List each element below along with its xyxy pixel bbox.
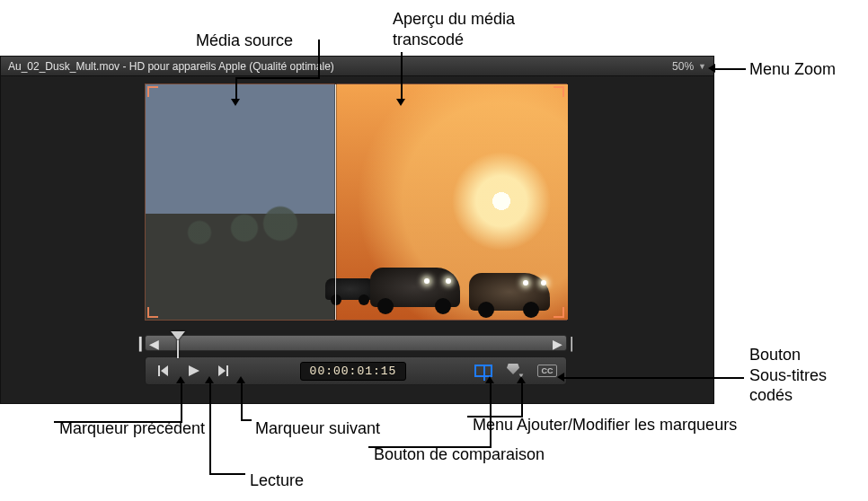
crop-corner xyxy=(554,307,564,318)
next-marker-icon xyxy=(217,364,231,378)
window-title: Au_02_Dusk_Mult.mov - HD pour appareils … xyxy=(8,60,334,73)
callout-text-line: Aperçu du média xyxy=(393,10,515,28)
callout-text-line: Sous-titres xyxy=(749,366,827,384)
leader xyxy=(715,68,746,70)
play-button[interactable] xyxy=(185,363,201,379)
goto-end-icon[interactable]: ▶▕ xyxy=(557,334,568,354)
leader xyxy=(241,383,243,419)
leader xyxy=(209,473,245,475)
play-icon xyxy=(186,364,200,378)
timeline-track[interactable]: ▎◀ ▶▕ xyxy=(145,335,567,351)
arrowhead xyxy=(557,373,564,382)
leader xyxy=(54,421,182,423)
arrowhead xyxy=(236,376,245,383)
leader xyxy=(521,383,523,416)
previous-marker-icon xyxy=(155,364,170,378)
leader xyxy=(490,383,492,446)
closed-caption-button[interactable]: CC xyxy=(537,365,557,377)
callout-marker-menu: Menu Ajouter/Modifier les marqueurs xyxy=(473,415,737,435)
timecode-display[interactable]: 00:00:01:15 xyxy=(300,362,407,381)
arrowhead xyxy=(205,376,214,383)
leader xyxy=(241,419,252,421)
leader xyxy=(181,383,182,421)
arrowhead xyxy=(231,99,240,106)
viewer[interactable] xyxy=(145,84,567,321)
callout-next-marker: Marqueur suivant xyxy=(255,418,380,439)
goto-start-icon[interactable]: ▎◀ xyxy=(144,334,155,354)
arrowhead xyxy=(708,64,715,73)
arrowhead xyxy=(517,376,526,383)
titlebar: Au_02_Dusk_Mult.mov - HD pour appareils … xyxy=(1,57,713,76)
crop-corner xyxy=(554,86,564,97)
previous-marker-button[interactable] xyxy=(155,363,171,379)
callout-text-line: Bouton xyxy=(749,346,801,364)
decorative-car xyxy=(325,278,375,300)
compare-split-line[interactable] xyxy=(335,84,336,320)
decorative-light xyxy=(424,278,430,284)
leader xyxy=(209,383,211,473)
callout-media-source: Média source xyxy=(196,31,293,51)
crop-corner xyxy=(147,86,158,97)
leader xyxy=(235,77,237,99)
callout-cc-button: Bouton Sous-titres codés xyxy=(749,345,866,406)
playhead[interactable] xyxy=(171,331,185,340)
decorative-light xyxy=(541,280,546,286)
leader xyxy=(368,446,492,448)
next-marker-button[interactable] xyxy=(216,363,232,379)
leader xyxy=(401,52,403,99)
leader xyxy=(318,40,320,77)
leader xyxy=(467,416,523,418)
decorative-light xyxy=(523,280,528,286)
arrowhead xyxy=(396,99,405,106)
zoom-menu[interactable]: 50% ▼ xyxy=(672,57,706,76)
callout-text-line: transcodé xyxy=(393,31,464,48)
source-media-pane xyxy=(146,84,335,320)
callout-zoom-menu: Menu Zoom xyxy=(749,59,836,80)
decorative-light xyxy=(446,278,451,284)
zoom-value: 50% xyxy=(672,60,694,73)
arrowhead xyxy=(176,376,185,383)
arrowhead xyxy=(485,376,494,383)
callout-playback: Lecture xyxy=(250,470,304,491)
preview-window: Au_02_Dusk_Mult.mov - HD pour appareils … xyxy=(0,56,714,404)
leader xyxy=(237,77,320,79)
callout-text-line: codés xyxy=(749,386,793,404)
leader xyxy=(564,377,744,379)
compare-button[interactable] xyxy=(474,365,492,377)
decorative-car xyxy=(370,268,460,307)
closed-caption-icon: CC xyxy=(542,366,554,375)
decorative-car xyxy=(469,273,550,311)
chevron-down-icon: ▼ xyxy=(698,62,706,71)
callout-transcoded-preview: Aperçu du média transcodé xyxy=(393,9,572,49)
crop-corner xyxy=(147,307,158,318)
